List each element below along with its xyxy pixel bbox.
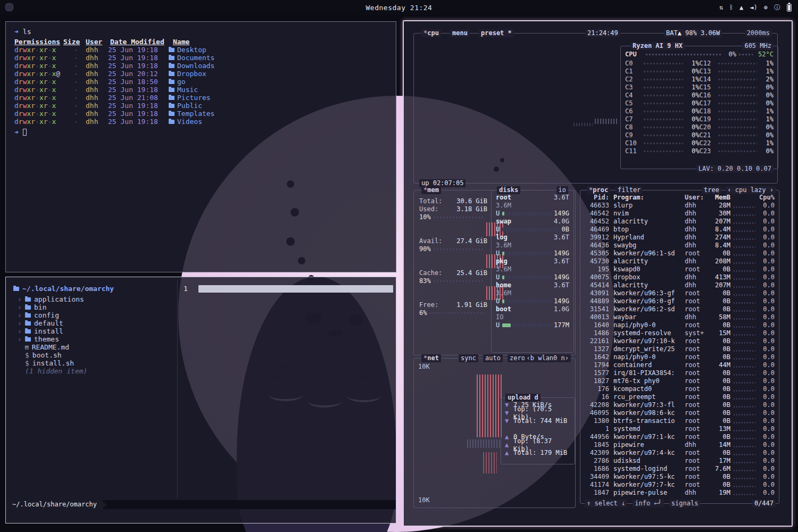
tree-item[interactable]: ▤README.md — [18, 343, 172, 351]
info-icon[interactable]: ⓘ — [774, 3, 780, 12]
process-row[interactable]: 1327dmcrypt_write/25root0B0.0 — [580, 345, 779, 353]
file-row[interactable]: drwxr-xr-x-dhh25 Jun 19:18Videos — [14, 118, 387, 126]
process-row[interactable]: 1systemdroot13M0.0 — [580, 425, 779, 433]
process-row[interactable]: 1380btrfs-transactioroot0B0.0 — [580, 417, 779, 425]
file-row[interactable]: drwxr-xr-x-dhh25 Jun 19:18Documents — [14, 54, 387, 62]
process-row[interactable]: 43091kworker/u96:3-gfroot0B0.0 — [580, 289, 779, 297]
tree-item[interactable]: $install.sh — [18, 359, 172, 367]
tree-item[interactable]: ›default — [18, 319, 172, 327]
file-row[interactable]: drwxr-xr-x-dhh25 Jun 18:50go — [14, 78, 387, 86]
process-row[interactable]: 195kswapd0root0B0.0 — [580, 265, 779, 273]
proc-header-user[interactable]: User: — [685, 194, 709, 202]
file-name[interactable]: Documents — [162, 54, 214, 62]
process-row[interactable]: 39912Hyprlanddhh274M0.0 — [580, 234, 779, 242]
file-row[interactable]: drwxr-xr-x-dhh25 Jun 19:18Music — [14, 86, 387, 94]
process-row[interactable]: 1794containerdroot44M0.0 — [580, 361, 779, 369]
process-row[interactable]: 1847pipewire-pulsedhh19M0.0 — [580, 489, 779, 497]
file-name[interactable]: Music — [162, 86, 198, 94]
process-row[interactable]: 46436swaybgdhh8.4M0.0 — [580, 242, 779, 250]
process-row[interactable]: 46469btopdhh8.4M0.0 — [580, 226, 779, 234]
battery-icon[interactable] — [787, 4, 792, 12]
process-row[interactable]: 41174kworker/u97:7-kcroot0B0.0 — [580, 481, 779, 489]
process-row[interactable]: 44889kworker/u96:0-gfroot0B0.0 — [580, 297, 779, 305]
process-row[interactable]: 40013waybardhh58M0.0 — [580, 313, 779, 321]
file-name[interactable]: Desktop — [162, 46, 206, 54]
file-row[interactable]: drwxr-xr-x-dhh25 Jun 19:18Templates — [14, 110, 387, 118]
file-name[interactable]: Pictures — [162, 94, 211, 102]
proc-info-hint[interactable]: info ←┘ — [633, 500, 664, 508]
process-row[interactable]: 46095kworker/u98:6-kcroot0B0.0 — [580, 409, 779, 417]
process-row[interactable]: 44956kworker/u97:1-kcroot0B0.0 — [580, 433, 779, 441]
process-row[interactable]: 31541kworker/u96:2-sdroot0B0.0 — [580, 305, 779, 313]
process-row[interactable]: 1642napi/phy0-0root0B0.0 — [580, 353, 779, 361]
file-name[interactable]: Dropbox — [162, 70, 206, 78]
process-row[interactable]: 42208kworker/u97:3-flroot0B0.0 — [580, 401, 779, 409]
network-transfer-icon[interactable]: ⇅ — [719, 4, 723, 11]
column-header[interactable]: Name — [165, 38, 189, 46]
proc-tree-toggle[interactable]: tree — [702, 186, 721, 194]
process-row[interactable]: 1577irq/81-PIXA3854:root0B0.0 — [580, 369, 779, 377]
file-row[interactable]: drwxr-xr-x-dhh25 Jun 19:18Desktop — [14, 46, 387, 54]
proc-header-pid[interactable]: Pid: — [585, 194, 609, 202]
disks-title[interactable]: disks — [497, 186, 520, 194]
tree-item[interactable]: ›applications — [18, 295, 172, 303]
tree-item[interactable]: $boot.sh — [18, 351, 172, 359]
process-row[interactable]: 1486systemd-resolvesyst+15M0.0 — [580, 329, 779, 337]
proc-header-mem[interactable]: MemB — [709, 194, 730, 202]
file-name[interactable]: Templates — [162, 110, 214, 118]
process-row[interactable]: 176kcompactd0root0B0.0 — [580, 385, 779, 393]
wifi-icon[interactable]: ▲ — [739, 4, 743, 11]
file-name[interactable]: go — [162, 78, 186, 86]
globe-icon[interactable]: ⊕ — [764, 4, 768, 11]
process-row[interactable]: 22161kworker/u97:10-kroot0B0.0 — [580, 337, 779, 345]
column-header[interactable]: Date Modified — [107, 38, 165, 46]
process-row[interactable]: 34409kworker/u97:5-kcroot0B0.0 — [580, 473, 779, 481]
file-row[interactable]: drwxr-xr-x-dhh25 Jun 21:08Pictures — [14, 94, 387, 102]
proc-header-program[interactable]: Program: — [613, 194, 685, 202]
prompt-line[interactable]: ➜ — [14, 128, 387, 136]
volume-icon[interactable]: ◄) — [750, 4, 757, 11]
process-row[interactable]: 1686systemd-logindroot7.6M0.0 — [580, 465, 779, 473]
cpu-box-title[interactable]: *cpu — [421, 29, 441, 37]
process-row[interactable]: 45730alacrittydhh208M0.0 — [580, 257, 779, 265]
net-box-title[interactable]: *net — [421, 354, 441, 362]
column-header[interactable]: Permissions — [14, 38, 63, 46]
process-row[interactable]: 45305kworker/u96:1-sdroot0B0.0 — [580, 250, 779, 257]
process-row[interactable]: 46633slurpdhh28M0.0 — [580, 202, 779, 210]
proc-sort-mode[interactable]: ‹ cpu lazy › — [725, 186, 776, 194]
process-row[interactable]: 42309kworker/u97:4-kcroot0B0.0 — [580, 449, 779, 457]
process-row[interactable]: 1845pipewiredhh14M0.0 — [580, 441, 779, 449]
process-row[interactable]: 16rcu_preemptroot0B0.0 — [580, 393, 779, 401]
process-row[interactable]: 2786udisksdroot17M0.0 — [580, 457, 779, 465]
proc-signals-hint[interactable]: signals — [669, 500, 701, 508]
bluetooth-icon[interactable]: ᛒ — [729, 4, 733, 11]
tree-item[interactable]: ›config — [18, 311, 172, 319]
preset-button[interactable]: preset * — [479, 29, 514, 37]
column-header[interactable]: User — [85, 38, 107, 46]
selected-row-highlight[interactable] — [198, 285, 393, 293]
file-row[interactable]: drwxr-xr-x-dhh25 Jun 19:18Public — [14, 102, 387, 110]
net-auto-toggle[interactable]: auto — [483, 354, 503, 362]
process-row[interactable]: 46542nvimdhh30M0.0 — [580, 210, 779, 218]
proc-select-hint[interactable]: ↑ select ↓ — [585, 500, 627, 508]
tree-item[interactable]: ›themes — [18, 335, 172, 343]
menu-button[interactable]: menu — [450, 29, 470, 37]
column-header[interactable]: Size — [63, 38, 85, 46]
proc-box-title[interactable]: *proc — [587, 186, 610, 194]
file-name[interactable]: Downloads — [162, 62, 214, 70]
process-row[interactable]: 45414alacrittydhh207M0.0 — [580, 281, 779, 289]
io-toggle[interactable]: io — [556, 186, 568, 194]
process-row[interactable]: 40075dropboxdhh413M0.0 — [580, 273, 779, 281]
process-row[interactable]: 46452alacrittydhh207M0.0 — [580, 218, 779, 226]
file-row[interactable]: drwxr-xr-x-dhh25 Jun 19:18Downloads — [14, 62, 387, 70]
mem-box-title[interactable]: *mem — [421, 186, 441, 194]
process-row[interactable]: 1640napi/phy0-0root0B0.0 — [580, 321, 779, 329]
file-name[interactable]: Videos — [162, 118, 202, 126]
net-interface-switcher[interactable]: ‹b wlan0 n› — [525, 354, 571, 362]
tree-item[interactable]: ›install — [18, 327, 172, 335]
net-sync-toggle[interactable]: sync — [459, 354, 478, 362]
tree-item[interactable]: ›bin — [18, 303, 172, 311]
file-row[interactable]: drwxr-xr-x@-dhh25 Jun 20:12Dropbox — [14, 70, 387, 78]
proc-filter-button[interactable]: filter — [616, 186, 643, 194]
file-name[interactable]: Public — [162, 102, 202, 110]
